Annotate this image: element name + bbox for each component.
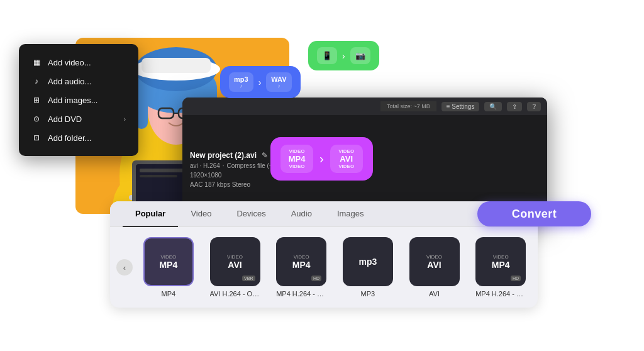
format-label-mp3: MP3 [361,290,375,298]
menu-item-add-video[interactable]: ▦ Add video... [31,53,126,72]
format-icon-avi: VIDEO AVI [409,237,460,286]
svg-rect-8 [142,58,211,73]
format-label-mp4-hd-7: MP4 H.264 - HD 7... [475,290,526,298]
menu-icon-add-video: ▦ [31,57,42,67]
share-button[interactable]: ⇪ [507,102,522,111]
format-item-avi[interactable]: VIDEO AVI AVI [404,237,465,298]
badge-to-avi: VIDEO AVI VIDEO [330,145,363,173]
svg-rect-16 [140,175,177,177]
menu-icon-add-images: ⊞ [31,95,42,105]
tab-images[interactable]: Images [325,201,377,227]
format-icon-mp4-hd-7: VIDEO MP4 HD [475,237,526,286]
menu-icon-add-folder: ⊡ [31,133,42,143]
format-item-mp4[interactable]: VIDEO MP4 MP4 [138,237,199,298]
menu-label-add-folder: Add folder... [48,133,91,143]
tab-devices[interactable]: Devices [224,201,278,227]
file-name: New project (2).avi [190,151,257,160]
settings-button[interactable]: ≡ Settings [441,102,480,111]
submenu-arrow-icon: › [124,116,126,123]
format-item-mp4-hd[interactable]: VIDEO MP4 HD MP4 H.264 - Full ... [270,237,332,298]
format-item-mp3[interactable]: mp3 MP3 [337,237,399,298]
menu-label-add-audio: Add audio... [48,77,91,86]
menu-item-add-dvd[interactable]: ⊙ Add DVD › [31,109,126,128]
format-label-mp4-hd: MP4 H.264 - Full ... [276,290,326,298]
menu-label-add-images: Add images... [48,96,98,105]
format-label-mp4: MP4 [162,290,176,298]
context-menu: ▦ Add video... ♪ Add audio... ⊞ Add imag… [19,44,138,156]
tab-video[interactable]: Video [178,201,224,227]
badge-mp4-to-avi: VIDEO MP4 VIDEO › VIDEO AVI VIDEO [270,137,373,181]
badge-from-mp4: VIDEO MP4 VIDEO [280,145,313,173]
large-format-arrow-icon: › [319,152,324,166]
search-button[interactable]: 🔍 [484,102,502,111]
menu-label-add-video: Add video... [48,58,91,67]
format-label-avi-h264: AVI H.264 - Origi... [210,290,260,298]
format-tabs: PopularVideoDevicesAudioImages [110,201,538,227]
format-arrow-icon: › [258,77,262,87]
menu-item-add-folder[interactable]: ⊡ Add folder... [31,128,126,147]
menu-icon-add-audio: ♪ [31,76,42,86]
format-badge-mp4-hd-7: HD [511,276,521,281]
menu-item-add-images[interactable]: ⊞ Add images... [31,91,126,109]
format-items: ‹ VIDEO MP4 MP4 VIDEO AVI VBR AVI H.264 … [110,227,538,298]
convert-button-label: Convert [512,208,557,221]
badge-from-mp3: mp3 ♪ [229,72,253,92]
file-audio-detail: AAC 187 kbps Stereo [190,181,540,188]
format-item-mp4-hd-7[interactable]: VIDEO MP4 HD MP4 H.264 - HD 7... [470,237,531,298]
badge-iphone-to-instagram: 📱 › 📷 [308,41,379,70]
format-icon-mp4: VIDEO MP4 [143,237,194,286]
badge-to-wav: WAV ♪ [266,72,291,92]
prev-format-arrow[interactable]: ‹ [116,259,133,276]
format-badge-mp4-hd: HD [311,276,321,281]
total-size-label: Total size: ~7 MB [380,101,436,111]
format-icon-mp3: mp3 [343,237,393,286]
convert-button[interactable]: Convert [477,201,591,226]
menu-icon-add-dvd: ⊙ [31,114,42,124]
app-topbar: Total size: ~7 MB ≡ Settings 🔍 ⇪ ? [182,98,547,115]
edit-icon[interactable]: ✎ [262,151,268,160]
format-badge-avi-h264: VBR [242,276,255,281]
tab-popular[interactable]: Popular [123,201,178,227]
menu-item-add-audio[interactable]: ♪ Add audio... [31,72,126,91]
instagram-icon: 📷 [350,47,370,64]
iphone-icon: 📱 [317,47,337,64]
tab-audio[interactable]: Audio [279,201,325,227]
format-panel: PopularVideoDevicesAudioImages ‹ VIDEO M… [110,201,538,308]
menu-label-add-dvd: Add DVD [48,114,82,124]
conversion-arrow-icon: › [342,51,345,61]
format-item-avi-h264[interactable]: VIDEO AVI VBR AVI H.264 - Origi... [204,237,266,298]
format-icon-mp4-hd: VIDEO MP4 HD [276,237,326,286]
format-label-avi: AVI [429,290,440,298]
badge-mp3-to-wav: mp3 ♪ › WAV ♪ [220,66,301,98]
help-button[interactable]: ? [527,102,541,111]
format-icon-avi-h264: VIDEO AVI VBR [210,237,260,286]
